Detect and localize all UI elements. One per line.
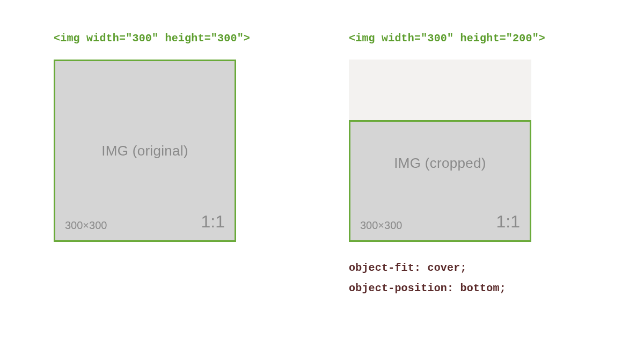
object-position-property: object-position: bottom; [349,278,590,299]
original-image-container: IMG (original) 300×300 1:1 [54,60,236,242]
cropped-image-ghost-area [349,60,531,120]
original-image-ratio: 1:1 [201,212,225,232]
original-image-footer-row: 300×300 1:1 [65,212,225,232]
original-image-label: IMG (original) [101,143,188,159]
original-image-dimensions: 300×300 [65,219,107,232]
cropped-image-panel: <img width="300" height="200"> IMG (crop… [349,32,590,330]
original-image-box: IMG (original) 300×300 1:1 [54,60,236,242]
cropped-image-dimensions: 300×300 [360,219,402,232]
cropped-image-container: IMG (cropped) 300×300 1:1 [349,60,531,242]
cropped-image-box: IMG (cropped) 300×300 1:1 [349,120,531,242]
cropped-image-label: IMG (cropped) [394,155,486,172]
img-tag-cropped: <img width="300" height="200"> [349,32,590,45]
cropped-image-ratio: 1:1 [496,212,520,232]
cropped-image-footer-row: 300×300 1:1 [360,212,520,232]
original-image-panel: <img width="300" height="300"> IMG (orig… [54,32,295,330]
css-properties: object-fit: cover; object-position: bott… [349,258,590,299]
img-tag-original: <img width="300" height="300"> [54,32,295,45]
object-fit-property: object-fit: cover; [349,258,590,278]
